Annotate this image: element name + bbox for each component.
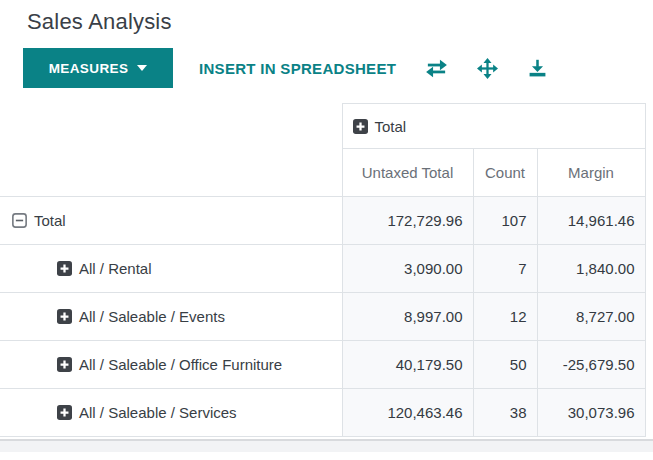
measures-button[interactable]: MEASURES (23, 48, 173, 88)
row-label: All / Saleable / Office Furniture (79, 356, 282, 373)
download-icon (528, 59, 547, 78)
column-group-label: Total (375, 118, 407, 135)
pivot-toolbar: MEASURES INSERT IN SPREADSHEET (23, 48, 653, 88)
table-row: All / Saleable / Events 8,997.00 12 8,72… (0, 293, 645, 341)
minus-square-icon[interactable] (12, 213, 27, 228)
row-header-all-saleable-services[interactable]: All / Saleable / Services (0, 389, 342, 437)
column-group-header-total[interactable]: Total (342, 104, 645, 149)
pivot-corner-cell (0, 104, 342, 149)
exchange-arrows-icon (426, 59, 447, 78)
move-arrows-icon (477, 58, 498, 79)
row-header-all-saleable-office-furniture[interactable]: All / Saleable / Office Furniture (0, 341, 342, 389)
measures-button-label: MEASURES (49, 61, 129, 76)
row-label: All / Rental (79, 260, 152, 277)
next-row-edge (0, 439, 653, 452)
cell-untaxed-total: 120,463.46 (342, 389, 473, 437)
plus-square-icon[interactable] (353, 119, 368, 134)
plus-square-icon[interactable] (57, 405, 72, 420)
cell-margin: 1,840.00 (537, 245, 645, 293)
cell-margin: -25,679.50 (537, 341, 645, 389)
flip-axis-button[interactable] (426, 59, 447, 78)
cell-count: 107 (473, 197, 537, 245)
table-row: All / Saleable / Office Furniture 40,179… (0, 341, 645, 389)
cell-count: 12 (473, 293, 537, 341)
plus-square-icon[interactable] (57, 309, 72, 324)
measure-header-margin[interactable]: Margin (537, 149, 645, 197)
pivot-corner-cell (0, 149, 342, 197)
row-header-all-saleable-events[interactable]: All / Saleable / Events (0, 293, 342, 341)
cell-margin: 8,727.00 (537, 293, 645, 341)
measure-header-untaxed-total[interactable]: Untaxed Total (342, 149, 473, 197)
cell-count: 7 (473, 245, 537, 293)
table-row: Total 172,729.96 107 14,961.46 (0, 197, 645, 245)
row-label: All / Saleable / Services (79, 404, 237, 421)
row-label: Total (34, 212, 66, 229)
cell-count: 50 (473, 341, 537, 389)
expand-all-button[interactable] (477, 58, 498, 79)
page-title: Sales Analysis (27, 9, 653, 35)
plus-square-icon[interactable] (57, 261, 72, 276)
download-button[interactable] (528, 59, 547, 78)
row-header-all-rental[interactable]: All / Rental (0, 245, 342, 293)
cell-untaxed-total: 40,179.50 (342, 341, 473, 389)
plus-square-icon[interactable] (57, 357, 72, 372)
pivot-table: Total Untaxed Total Count Margin Total 1… (0, 103, 646, 437)
measure-header-count[interactable]: Count (473, 149, 537, 197)
cell-untaxed-total: 172,729.96 (342, 197, 473, 245)
row-header-total[interactable]: Total (0, 197, 342, 245)
cell-margin: 30,073.96 (537, 389, 645, 437)
cell-count: 38 (473, 389, 537, 437)
table-row: All / Rental 3,090.00 7 1,840.00 (0, 245, 645, 293)
insert-in-spreadsheet-button[interactable]: INSERT IN SPREADSHEET (199, 60, 396, 77)
cell-margin: 14,961.46 (537, 197, 645, 245)
cell-untaxed-total: 3,090.00 (342, 245, 473, 293)
cell-untaxed-total: 8,997.00 (342, 293, 473, 341)
caret-down-icon (137, 65, 147, 71)
table-row: All / Saleable / Services 120,463.46 38 … (0, 389, 645, 437)
row-label: All / Saleable / Events (79, 308, 225, 325)
